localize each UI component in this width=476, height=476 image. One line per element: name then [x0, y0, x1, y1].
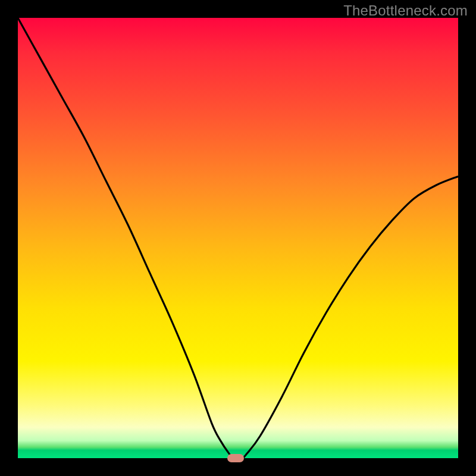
chart-frame: TheBottleneck.com — [0, 0, 476, 476]
plot-area — [18, 18, 458, 458]
minimum-marker — [227, 454, 244, 462]
curve-path — [18, 18, 458, 459]
bottleneck-curve — [18, 18, 458, 458]
watermark-text: TheBottleneck.com — [343, 2, 468, 19]
